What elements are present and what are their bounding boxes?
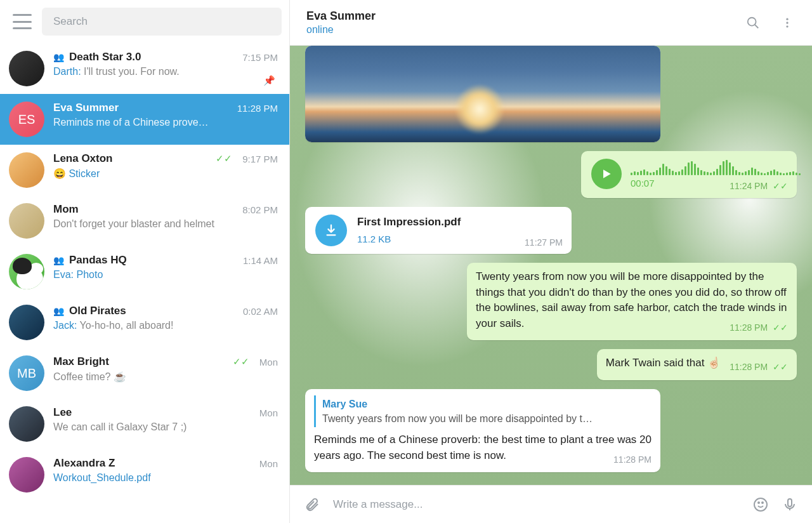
- reply-text: Twenty years from now you will be more d…: [322, 411, 645, 426]
- read-checks-icon: ✓✓: [773, 181, 788, 191]
- svg-rect-10: [788, 499, 792, 506]
- chat-time: 0:02 AM: [243, 306, 278, 317]
- chat-row-alexandra[interactable]: Alexandra Z Mon Workout_Shedule.pdf: [0, 449, 289, 500]
- chat-name: Old Pirates: [69, 305, 126, 317]
- chat-name: Max Bright: [53, 355, 109, 368]
- menu-button[interactable]: [13, 14, 32, 29]
- message-text: Mark Twain said that ☝🏻: [606, 357, 721, 369]
- svg-point-4: [786, 25, 788, 27]
- message-text: Reminds me of a Chinese proverb: the bes…: [314, 434, 652, 461]
- avatar: MB: [9, 355, 44, 391]
- more-icon[interactable]: [779, 15, 796, 31]
- pin-icon: 📌: [263, 75, 275, 86]
- avatar: ES: [9, 102, 44, 137]
- message-text-bubble[interactable]: Mark Twain said that ☝🏻 11:28 PM ✓✓: [597, 349, 797, 380]
- message-voice[interactable]: 00:07 11:24 PM ✓✓: [581, 151, 797, 198]
- microphone-icon[interactable]: [782, 496, 798, 513]
- messages-area[interactable]: I finally visited Earth.. The nature her…: [290, 46, 812, 485]
- chat-time: 8:02 PM: [242, 204, 278, 215]
- chat-row-pandas[interactable]: 👥 Pandas HQ 1:14 AM Eva: Photo: [0, 246, 289, 297]
- svg-marker-5: [603, 169, 611, 178]
- file-name: First Impression.pdf: [357, 215, 461, 230]
- svg-point-3: [786, 22, 788, 23]
- chat-name: Mom: [53, 203, 79, 216]
- chat-name: Lena Oxton: [53, 152, 113, 165]
- waveform[interactable]: [631, 159, 801, 175]
- composer: [290, 485, 812, 523]
- avatar: [9, 305, 44, 340]
- chat-row-lena[interactable]: Lena Oxton ✓✓ 9:17 PM 😄 Sticker: [0, 145, 289, 195]
- chat-preview: Workout_Shedule.pdf: [53, 472, 278, 484]
- file-size: 11.2 KB: [357, 232, 461, 246]
- chat-name: Alexandra Z: [53, 457, 115, 470]
- message-file[interactable]: First Impression.pdf 11.2 KB 11:27 PM: [305, 207, 572, 254]
- sidebar: 👥 Death Star 3.0 7:15 PM Darth: I'll tru…: [0, 0, 290, 523]
- chat-preview: Reminds me of a Chinese prove…: [53, 117, 278, 128]
- message-time: 11:28 PM ✓✓: [730, 321, 788, 334]
- svg-point-7: [754, 498, 767, 511]
- message-time: 11:24 PM ✓✓: [730, 180, 788, 192]
- chat-main: Eva Summer online I finally visited Eart…: [290, 0, 812, 523]
- svg-point-8: [758, 502, 759, 503]
- chat-name: Lee: [53, 406, 72, 419]
- message-text-bubble[interactable]: Twenty years from now you will be more d…: [467, 263, 797, 340]
- message-input[interactable]: [333, 498, 740, 511]
- chat-time: 9:17 PM: [242, 154, 278, 164]
- read-checks-icon: ✓✓: [216, 153, 232, 164]
- group-icon: 👥: [53, 306, 64, 316]
- chat-preview: Coffee time? ☕: [53, 371, 278, 383]
- chat-name: Eva Summer: [53, 102, 119, 114]
- message-reply-bubble[interactable]: Mary Sue Twenty years from now you will …: [305, 389, 660, 472]
- chat-preview: Darth: I'll trust you. For now.: [53, 66, 278, 77]
- message-image[interactable]: I finally visited Earth.. The nature her…: [305, 46, 660, 142]
- attach-icon[interactable]: [304, 496, 320, 513]
- avatar: [9, 457, 44, 493]
- group-icon: 👥: [53, 52, 64, 62]
- download-icon[interactable]: [315, 215, 347, 246]
- message-image-preview: [305, 46, 660, 142]
- read-checks-icon: ✓✓: [773, 322, 788, 333]
- chat-time: 7:15 PM: [242, 52, 278, 63]
- avatar: [9, 152, 44, 188]
- chat-row-death-star[interactable]: 👥 Death Star 3.0 7:15 PM Darth: I'll tru…: [0, 43, 289, 94]
- chat-preview: Don't forget your blaster and helmet: [53, 218, 278, 230]
- svg-point-9: [762, 502, 763, 503]
- search-icon[interactable]: [745, 15, 761, 31]
- read-checks-icon: ✓✓: [773, 362, 788, 372]
- chat-time: 11:28 PM: [237, 103, 278, 114]
- chat-header: Eva Summer online: [290, 0, 812, 46]
- search-input[interactable]: [53, 15, 270, 28]
- svg-point-0: [748, 17, 756, 25]
- chat-preview: Jack: Yo-ho-ho, all aboard!: [53, 320, 278, 331]
- chat-header-info[interactable]: Eva Summer online: [306, 10, 376, 36]
- chat-row-pirates[interactable]: 👥 Old Pirates 0:02 AM Jack: Yo-ho-ho, al…: [0, 297, 289, 348]
- reply-quote[interactable]: Mary Sue Twenty years from now you will …: [314, 395, 652, 427]
- reply-sender: Mary Sue: [322, 397, 645, 411]
- svg-line-1: [755, 24, 759, 28]
- chat-list[interactable]: 👥 Death Star 3.0 7:15 PM Darth: I'll tru…: [0, 43, 289, 523]
- chat-time: 1:14 AM: [243, 255, 278, 266]
- chat-row-eva-summer[interactable]: ES Eva Summer 11:28 PM Reminds me of a C…: [0, 94, 289, 145]
- message-time: 11:28 PM: [613, 453, 652, 466]
- message-time: 11:28 PM ✓✓: [730, 361, 788, 373]
- chat-row-max[interactable]: MB Max Bright ✓✓ Mon Coffee time? ☕: [0, 348, 289, 399]
- avatar: [9, 406, 44, 442]
- chat-time: Mon: [259, 407, 278, 418]
- play-button[interactable]: [591, 159, 622, 189]
- read-checks-icon: ✓✓: [233, 356, 249, 367]
- chat-name: Death Star 3.0: [69, 51, 141, 63]
- emoji-icon[interactable]: [752, 496, 769, 513]
- chat-preview: 😄 Sticker: [53, 168, 278, 180]
- avatar: [9, 203, 44, 239]
- search-box[interactable]: [42, 8, 282, 36]
- chat-row-mom[interactable]: Mom 8:02 PM Don't forget your blaster an…: [0, 195, 289, 246]
- message-time: 11:27 PM: [525, 236, 563, 249]
- svg-point-2: [786, 18, 788, 20]
- chat-row-lee[interactable]: Lee Mon We can call it Galaxy Star 7 ;): [0, 399, 289, 449]
- chat-preview: We can call it Galaxy Star 7 ;): [53, 421, 278, 433]
- chat-time: Mon: [259, 458, 278, 469]
- avatar: [9, 51, 44, 86]
- chat-preview: Eva: Photo: [53, 269, 278, 281]
- chat-title: Eva Summer: [306, 10, 376, 23]
- chat-time: Mon: [259, 357, 278, 367]
